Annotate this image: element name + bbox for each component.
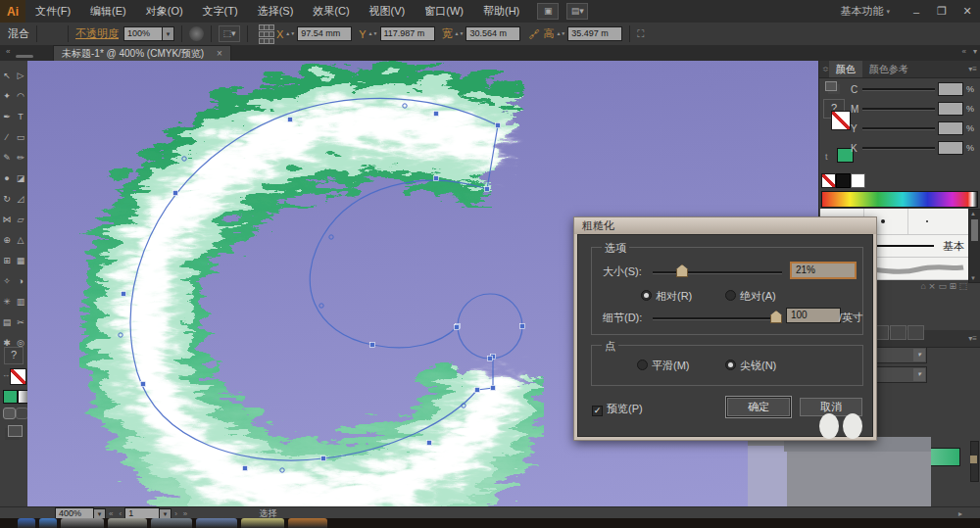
constrain-link-icon[interactable]: 🔗︎ [528,28,539,40]
taskbar-quicklaunch-icon[interactable] [39,518,57,528]
reference-point-proxy[interactable] [259,24,272,44]
slider-handle[interactable] [970,456,977,463]
recolor-artwork-icon[interactable]: ⬚▾ [219,25,240,42]
style-icon[interactable] [189,26,204,41]
path-handle-point[interactable] [329,235,333,239]
path-anchor-point[interactable] [370,343,375,348]
width-field[interactable]: 30.564 m [466,26,520,41]
eraser-tool[interactable]: ◪ [14,168,27,188]
pen-tool[interactable]: ✒ [0,106,14,126]
direct-selection-tool[interactable]: ▷ [14,65,27,85]
panel-collapse-icon[interactable]: ≎ [819,65,829,73]
tab-color-guide[interactable]: 颜色参考 [862,61,915,77]
sharp-radio[interactable]: 尖锐(N) [725,359,776,373]
窗口w[interactable]: 窗口(W) [415,0,473,23]
transform-icon[interactable]: ⛶ [637,28,644,40]
panel-menu-icon[interactable]: ▾≡ [968,65,980,73]
color-fill-button[interactable] [3,390,18,404]
black-swatch[interactable] [836,173,851,188]
taskbar-start-orb[interactable] [18,518,35,528]
文件f[interactable]: 文件(F) [25,0,80,23]
tab-scroll-thumb[interactable] [16,55,33,58]
dock-menu-icon[interactable]: ▾ [973,47,977,56]
ok-button[interactable]: 确定 [727,398,790,416]
scrollbar-thumb[interactable] [971,219,978,241]
scroll-up-icon[interactable]: ▲ [970,211,976,216]
workspace-switcher[interactable]: 基本功能 [840,4,883,19]
path-anchor-point[interactable] [434,112,439,117]
width-tool[interactable]: ⋈ [0,209,14,229]
path-anchor-point[interactable] [455,325,460,330]
paintbrush-tool[interactable]: ✎ [0,147,14,168]
bridge-icon[interactable]: ▣ [537,3,559,20]
path-anchor-point[interactable] [427,441,432,446]
detail-value-field[interactable]: 100 [786,308,841,323]
prev-artboard-icon[interactable]: ‹ [119,509,122,518]
rotate-tool[interactable]: ↻ [0,188,14,209]
channel-slider[interactable] [862,147,935,150]
对象o[interactable]: 对象(O) [136,0,193,23]
taskbar-app-6[interactable] [288,518,327,528]
width-stepper[interactable]: ▲▼ [455,31,465,36]
pencil-tool[interactable]: ✏ [14,147,27,168]
swap-fill-stroke-icon[interactable]: ↔ [2,370,10,379]
libraries-icon[interactable]: ⌂ [920,281,925,291]
taskbar-app-3[interactable] [151,518,192,528]
brushes-scrollbar[interactable]: ▲ ▼ [968,209,980,283]
size-slider-track[interactable] [653,271,782,274]
path-anchor-point[interactable] [491,386,496,391]
zoom-level-field[interactable]: 400% [55,507,94,519]
blend-tool[interactable]: ◑ [14,270,27,291]
编辑e[interactable]: 编辑(E) [80,0,136,23]
scale-tool[interactable]: ◿ [14,188,27,209]
path-anchor-point[interactable] [243,466,248,471]
white-swatch[interactable] [851,173,865,188]
collapse-tools-icon[interactable]: « [6,47,10,56]
path-anchor-point[interactable] [321,456,326,461]
视图v[interactable]: 视图(V) [360,0,416,23]
x-stepper[interactable]: ▲▼ [285,31,295,36]
shape-builder-tool[interactable]: ⊕ [0,229,14,250]
文字t[interactable]: 文字(T) [193,0,248,23]
height-field[interactable]: 35.497 m [567,26,622,41]
taskbar-app-4[interactable] [196,518,237,528]
效果c[interactable]: 效果(C) [303,0,359,23]
artboard-number-field[interactable]: 1 [124,507,160,519]
channel-value-field[interactable] [938,121,963,135]
restore-button[interactable]: ❐ [929,5,955,18]
selection-tool[interactable]: ↖ [0,65,14,85]
path-handle-point[interactable] [319,304,323,308]
opacity-dropdown-icon[interactable]: ▾ [163,26,174,41]
gradient-tool[interactable]: ▦ [14,250,27,270]
path-anchor-point[interactable] [488,357,493,361]
tab-color[interactable]: 颜色 [829,61,862,77]
stroke-proxy-swatch[interactable] [10,368,26,385]
next-artboard-icon[interactable]: › [174,509,177,518]
eyedropper-tool[interactable]: ✧ [0,270,14,291]
smooth-radio[interactable]: 平滑(M) [637,359,690,373]
absolute-radio[interactable]: 绝对(A) [725,289,776,304]
gradient-type-radial-icon[interactable] [890,325,906,340]
gradient-type-reverse-icon[interactable] [907,325,924,340]
lasso-tool[interactable]: ◠ [14,85,27,106]
delete-brush-icon[interactable]: ⬚ [958,281,967,291]
size-value-field[interactable]: 21% [790,262,857,279]
draw-normal-mode-icon[interactable] [3,408,16,419]
opacity-field[interactable]: 100% [123,26,163,41]
path-anchor-point[interactable] [520,324,525,329]
last-artboard-icon[interactable]: » [183,509,187,518]
path-anchor-point[interactable] [496,123,501,128]
channel-value-field[interactable] [938,82,963,96]
minimize-button[interactable]: – [904,6,929,18]
relative-radio[interactable]: 相对(R) [641,289,692,304]
path-anchor-point[interactable] [122,292,126,297]
collapse-dock-icon[interactable]: « [962,47,966,56]
type-tool[interactable]: T [14,106,27,126]
blob-brush-tool[interactable]: ● [0,168,14,188]
arrange-documents-icon[interactable]: ▤▾ [566,3,588,20]
color-spectrum-bar[interactable] [821,191,978,208]
height-stepper[interactable]: ▲▼ [556,31,565,36]
first-artboard-icon[interactable]: « [109,509,113,518]
y-stepper[interactable]: ▲▼ [368,31,378,36]
channel-slider[interactable] [862,88,935,91]
